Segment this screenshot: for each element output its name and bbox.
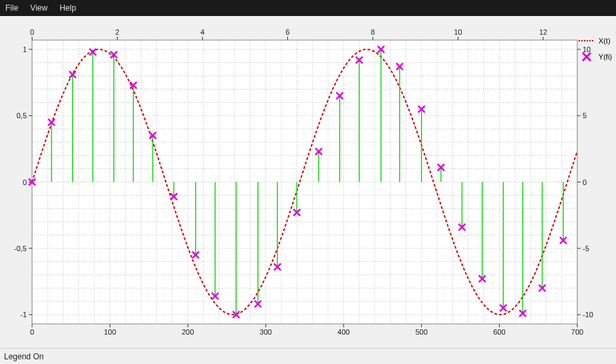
plot-area[interactable]: 0100200300400500600700024681012-1-0,500,…	[0, 16, 616, 348]
svg-text:200: 200	[182, 328, 194, 336]
svg-text:0: 0	[583, 178, 587, 186]
menu-help[interactable]: Help	[59, 3, 76, 13]
legend-swatch-line-icon	[579, 36, 595, 45]
svg-text:12: 12	[539, 28, 547, 36]
menu-view[interactable]: View	[30, 3, 47, 13]
svg-text:0: 0	[23, 178, 27, 186]
legend-label-yfi: Y(fi)	[599, 53, 612, 61]
legend-entry-xt[interactable]: X(t)	[579, 36, 612, 45]
svg-text:0: 0	[30, 328, 34, 336]
menubar: File View Help	[0, 0, 616, 16]
svg-text:8: 8	[371, 28, 375, 36]
svg-text:500: 500	[416, 328, 428, 336]
svg-text:6: 6	[285, 28, 289, 36]
svg-text:0: 0	[30, 28, 34, 36]
svg-text:1: 1	[23, 45, 27, 53]
legend-swatch-cross-icon	[579, 52, 595, 61]
svg-text:10: 10	[454, 28, 462, 36]
legend-label-xt: X(t)	[599, 37, 611, 45]
svg-text:-1: -1	[20, 311, 27, 319]
svg-text:100: 100	[104, 328, 116, 336]
svg-text:-5: -5	[583, 244, 589, 252]
status-text: Legend On	[4, 352, 43, 361]
chart-svg: 0100200300400500600700024681012-1-0,500,…	[0, 16, 616, 348]
svg-text:-10: -10	[583, 311, 593, 319]
svg-text:2: 2	[115, 28, 119, 36]
svg-text:5: 5	[583, 112, 587, 120]
svg-text:-0,5: -0,5	[14, 244, 27, 252]
svg-text:300: 300	[260, 328, 272, 336]
legend-entry-yfi[interactable]: Y(fi)	[579, 52, 612, 61]
statusbar: Legend On	[0, 348, 616, 364]
svg-text:600: 600	[493, 328, 505, 336]
legend[interactable]: X(t) Y(fi)	[579, 36, 612, 68]
svg-text:400: 400	[337, 328, 349, 336]
svg-text:700: 700	[571, 328, 583, 336]
svg-text:4: 4	[200, 28, 204, 36]
svg-text:0,5: 0,5	[17, 112, 27, 120]
menu-file[interactable]: File	[5, 3, 18, 13]
